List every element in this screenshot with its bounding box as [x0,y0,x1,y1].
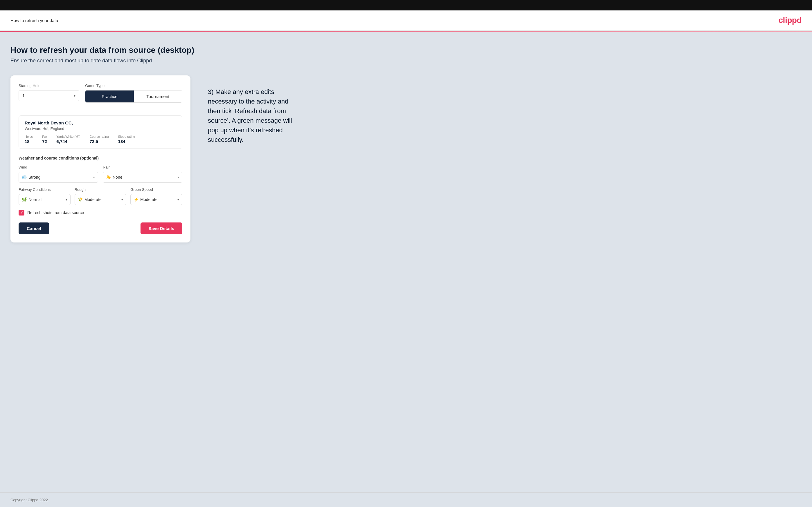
fairway-select-wrapper[interactable]: 🌿 Normal Soft Firm ▾ [18,194,70,205]
yards-value: 6,744 [56,139,80,144]
green-speed-field: Green Speed ⚡ Moderate Slow Fast ▾ [130,187,182,205]
rain-label: Rain [103,165,182,169]
rain-field: Rain ☀️ None Light Heavy ▾ [103,165,182,183]
conditions-section-title: Weather and course conditions (optional) [18,156,182,160]
holes-stat: Holes 18 [25,135,33,144]
game-type-label: Game Type [85,83,182,88]
yards-stat: Yards/White (M)) 6,744 [56,135,80,144]
wind-rain-row: Wind 💨 Strong Light None ▾ Rain [18,165,182,183]
copyright-text: Copyright Clippd 2022 [10,498,48,502]
green-speed-select[interactable]: Moderate Slow Fast [140,194,177,205]
green-speed-select-wrapper[interactable]: ⚡ Moderate Slow Fast ▾ [130,194,182,205]
fairway-arrow-icon: ▾ [66,198,67,202]
cancel-button[interactable]: Cancel [18,222,49,234]
main-content: How to refresh your data from source (de… [0,32,812,492]
side-instruction-text: 3) Make any extra edits necessary to the… [208,87,301,145]
green-speed-label: Green Speed [130,187,182,192]
wind-select-wrapper[interactable]: 💨 Strong Light None ▾ [18,172,98,183]
starting-hole-section: Starting Hole 1 10 ▾ [18,83,79,103]
rain-icon: ☀️ [106,175,111,179]
course-stats: Holes 18 Par 72 Yards/White (M)) 6,744 [25,135,176,144]
course-rating-stat: Course rating 72.5 [90,135,109,144]
fairway-select[interactable]: Normal Soft Firm [29,194,66,205]
top-fields-row: Starting Hole 1 10 ▾ Game Type Pract [18,83,182,110]
course-info-box: Royal North Devon GC, Westward Ho!, Engl… [18,115,182,149]
par-value: 72 [42,139,47,144]
par-stat: Par 72 [42,135,47,144]
header-title: How to refresh your data [10,18,58,23]
fairway-label: Fairway Conditions [18,187,70,192]
page-subtitle: Ensure the correct and most up to date d… [10,58,802,64]
holes-label: Holes [25,135,33,138]
save-button[interactable]: Save Details [141,222,182,234]
slope-rating-label: Slope rating [118,135,135,138]
header: How to refresh your data clippd [0,10,812,31]
slope-rating-stat: Slope rating 134 [118,135,135,144]
fairway-icon: 🌿 [22,197,27,202]
logo: clippd [779,16,802,25]
course-rating-label: Course rating [90,135,109,138]
form-container: Starting Hole 1 10 ▾ Game Type Pract [10,75,191,242]
game-type-section: Game Type Practice Tournament [85,83,182,103]
practice-button[interactable]: Practice [85,91,134,102]
wind-field: Wind 💨 Strong Light None ▾ [18,165,98,183]
green-speed-icon: ⚡ [134,197,139,202]
fairway-field: Fairway Conditions 🌿 Normal Soft Firm ▾ [18,187,70,205]
course-name: Royal North Devon GC, [25,120,176,125]
rain-select-wrapper[interactable]: ☀️ None Light Heavy ▾ [103,172,182,183]
holes-value: 18 [25,139,33,144]
green-speed-arrow-icon: ▾ [177,198,179,202]
content-area: Starting Hole 1 10 ▾ Game Type Pract [10,75,802,242]
check-icon: ✓ [20,211,23,215]
par-label: Par [42,135,47,138]
rain-select[interactable]: None Light Heavy [113,172,177,182]
rain-arrow-icon: ▾ [177,175,179,179]
course-location: Westward Ho!, England [25,126,176,131]
course-rating-value: 72.5 [90,139,109,144]
game-type-toggle: Practice Tournament [85,90,182,103]
starting-hole-label: Starting Hole [18,83,79,88]
wind-label: Wind [18,165,98,169]
button-row: Cancel Save Details [18,222,182,234]
rough-icon: 🌾 [78,197,83,202]
wind-icon: 💨 [22,175,27,179]
top-bar [0,0,812,10]
rough-select[interactable]: Moderate Light Heavy [85,194,122,205]
rough-arrow-icon: ▾ [121,198,123,202]
refresh-checkbox-row: ✓ Refresh shots from data source [18,210,182,216]
form-card: Starting Hole 1 10 ▾ Game Type Pract [10,75,191,242]
refresh-label: Refresh shots from data source [27,210,84,215]
rough-field: Rough 🌾 Moderate Light Heavy ▾ [74,187,126,205]
yards-label: Yards/White (M)) [56,135,80,138]
starting-hole-select[interactable]: 1 10 [19,91,79,101]
rough-select-wrapper[interactable]: 🌾 Moderate Light Heavy ▾ [74,194,126,205]
footer: Copyright Clippd 2022 [0,492,812,507]
wind-arrow-icon: ▾ [93,175,95,179]
refresh-checkbox[interactable]: ✓ [18,210,24,216]
side-instruction-area: 3) Make any extra edits necessary to the… [208,75,301,145]
tournament-button[interactable]: Tournament [134,91,182,102]
slope-rating-value: 134 [118,139,135,144]
starting-hole-select-wrapper[interactable]: 1 10 ▾ [18,90,79,101]
conditions-row: Fairway Conditions 🌿 Normal Soft Firm ▾ [18,187,182,205]
page-title: How to refresh your data from source (de… [10,46,802,55]
wind-select[interactable]: Strong Light None [29,172,93,182]
rough-label: Rough [74,187,126,192]
